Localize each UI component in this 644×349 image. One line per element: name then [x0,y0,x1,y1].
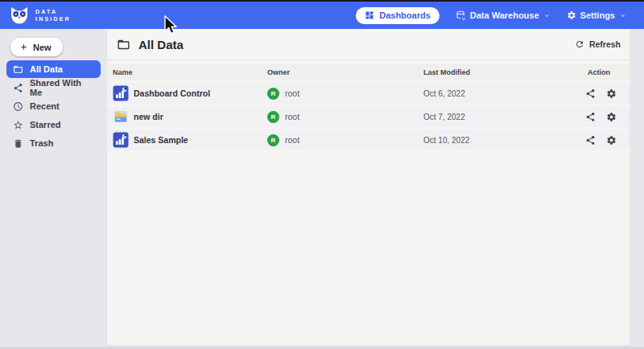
gear-icon[interactable] [606,135,617,146]
sidebar-item-all-data[interactable]: All Data [6,60,101,78]
column-header-owner: Owner [267,68,423,76]
trash-icon [13,138,23,149]
last-modified-date: Oct 6, 2022 [423,89,559,98]
window-top-edge [0,0,644,2]
owl-logo-icon [9,5,30,26]
app-name-line1: DATA [35,8,71,15]
owner-name: root [285,112,299,121]
dashboards-label: Dashboards [379,10,431,20]
sidebar-item-label: Starred [30,120,61,129]
column-header-last-modified: Last Modified [423,68,559,76]
gear-icon[interactable] [606,112,617,122]
plus-icon [19,43,28,51]
top-navbar: DATA INSIDER Dashboards Data Warehouse [0,2,644,29]
page-title: All Data [138,38,184,51]
refresh-label: Refresh [589,39,621,49]
gear-icon [567,10,576,20]
file-name: Sales Sample [134,135,188,145]
sidebar-item-label: Recent [30,101,60,111]
data-warehouse-menu[interactable]: Data Warehouse [456,10,551,21]
new-button[interactable]: New [10,38,63,56]
dashboard-icon [365,10,374,20]
owner-avatar: R [267,111,279,123]
table-header: Name Owner Last Modified Action [107,64,630,80]
column-header-action: Action [559,68,621,76]
sidebar-item-label: Trash [30,138,53,148]
owner-avatar: R [267,134,279,146]
database-icon [456,10,466,21]
owner-name: root [285,88,299,98]
settings-label: Settings [580,10,615,20]
app-logo[interactable]: DATA INSIDER [9,5,71,26]
app-name-line2: INSIDER [35,15,71,23]
settings-menu[interactable]: Settings [567,10,626,20]
owner-avatar: R [267,88,279,100]
table-row[interactable]: Sales Sample R root Oct 10, 2022 [107,129,630,150]
chevron-down-icon [543,12,551,19]
dashboards-button[interactable]: Dashboards [356,7,440,24]
share-icon[interactable] [585,135,596,146]
sidebar-item-starred[interactable]: Starred [6,116,101,133]
owner-name: root [285,135,299,145]
folder-file-icon [113,109,129,125]
last-modified-date: Oct 7, 2022 [423,113,559,121]
folder-icon [117,38,130,51]
share-icon[interactable] [585,88,596,99]
folder-icon [13,64,23,75]
sidebar-nav: All Data Shared With Me Recent Starred T… [6,60,101,153]
share-icon[interactable] [585,112,596,122]
sidebar-item-recent[interactable]: Recent [6,97,101,115]
sidebar-item-trash[interactable]: Trash [6,134,101,152]
dashboard-file-icon [113,85,129,101]
gear-icon[interactable] [606,88,617,99]
sidebar-item-label: All Data [30,64,63,74]
refresh-icon [575,39,584,49]
sidebar-item-label: Shared With Me [30,78,94,97]
table-row[interactable]: new dir R root Oct 7, 2022 [107,106,630,127]
file-name: Dashboard Control [134,88,210,98]
star-icon [13,120,23,130]
refresh-button[interactable]: Refresh [575,39,621,49]
data-warehouse-label: Data Warehouse [470,10,539,20]
column-header-name: Name [113,68,267,76]
app-name: DATA INSIDER [35,8,71,23]
new-button-label: New [33,43,52,52]
table-row[interactable]: Dashboard Control R root Oct 6, 2022 [107,83,630,104]
sidebar: New All Data Shared With Me Recent Starr… [0,29,107,347]
file-name: new dir [134,112,163,121]
content-panel: All Data Refresh Name Owner Last Modifie… [107,29,630,345]
dashboard-file-icon [113,132,129,148]
navbar-menu: Dashboards Data Warehouse Settings [356,7,626,24]
content-header: All Data Refresh [107,29,630,60]
sidebar-item-shared-with-me[interactable]: Shared With Me [6,79,101,96]
clock-icon [13,101,23,112]
last-modified-date: Oct 10, 2022 [423,136,559,145]
chevron-down-icon [619,12,626,19]
share-icon [13,83,23,93]
